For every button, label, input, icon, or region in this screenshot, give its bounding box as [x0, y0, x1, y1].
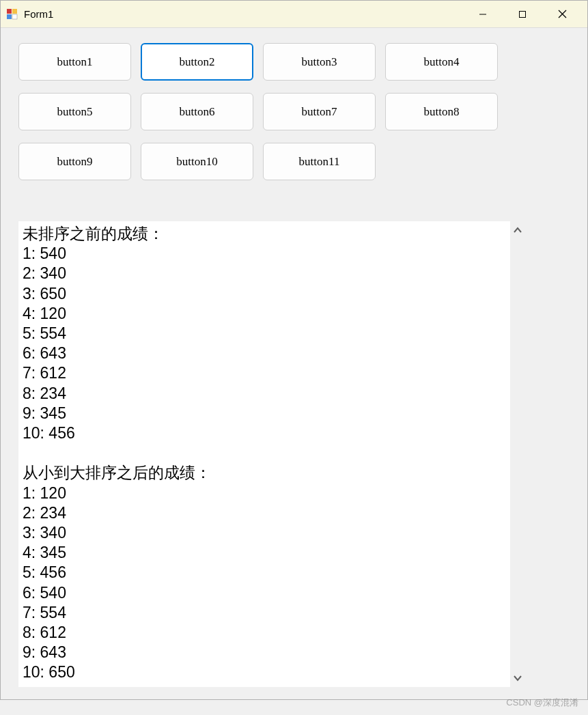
button-8[interactable]: button8	[385, 93, 498, 130]
app-icon	[6, 8, 18, 20]
button-2[interactable]: button2	[141, 43, 253, 81]
minimize-button[interactable]	[463, 1, 503, 28]
titlebar[interactable]: Form1	[1, 1, 587, 28]
button-7[interactable]: button7	[263, 93, 376, 130]
output-content[interactable]: 未排序之前的成绩： 1: 540 2: 340 3: 650 4: 120 5:…	[18, 221, 510, 687]
client-area: button1 button2 button3 button4 button5 …	[1, 28, 587, 699]
button-10[interactable]: button10	[141, 143, 253, 180]
output-textbox[interactable]: 未排序之前的成绩： 1: 540 2: 340 3: 650 4: 120 5:…	[18, 221, 525, 687]
scroll-down-icon[interactable]	[510, 669, 525, 687]
svg-rect-1	[12, 9, 17, 14]
scrollbar-vertical[interactable]	[510, 221, 525, 687]
button-6[interactable]: button6	[141, 93, 253, 130]
button-3[interactable]: button3	[263, 43, 376, 81]
button-11[interactable]: button11	[263, 143, 376, 180]
scroll-track[interactable]	[510, 239, 525, 669]
window-title: Form1	[24, 8, 463, 20]
scroll-up-icon[interactable]	[510, 221, 525, 239]
button-1[interactable]: button1	[18, 43, 131, 81]
watermark: CSDN @深度混淆	[506, 697, 578, 709]
svg-rect-2	[7, 14, 12, 19]
button-row-1: button1 button2 button3 button4	[18, 43, 574, 81]
button-row-3: button9 button10 button11	[18, 143, 574, 180]
window-frame: Form1 button1 button2 button3 button4 bu…	[0, 0, 588, 700]
svg-rect-0	[7, 9, 12, 14]
maximize-button[interactable]	[503, 1, 542, 28]
button-5[interactable]: button5	[18, 93, 131, 130]
button-row-2: button5 button6 button7 button8	[18, 93, 574, 130]
button-9[interactable]: button9	[18, 143, 131, 180]
svg-rect-3	[12, 14, 17, 19]
button-4[interactable]: button4	[385, 43, 498, 81]
svg-rect-5	[520, 11, 526, 17]
window-controls	[463, 1, 582, 28]
close-button[interactable]	[542, 1, 582, 28]
